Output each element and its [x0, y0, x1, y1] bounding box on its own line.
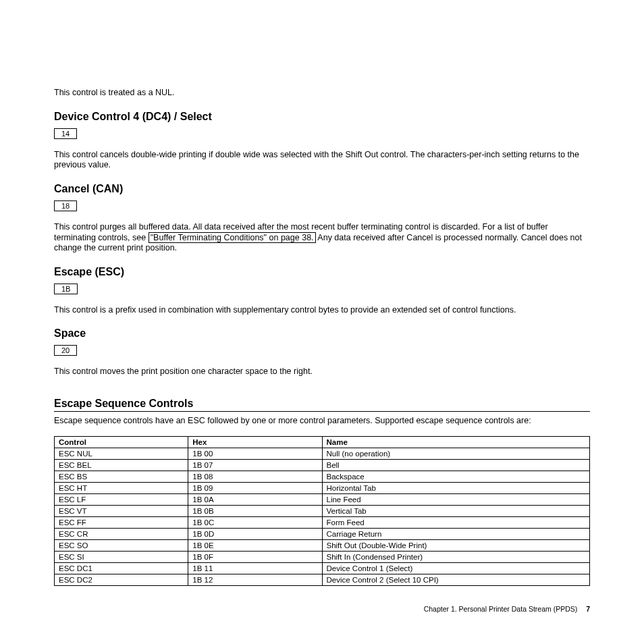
body-dc4: This control cancels double-wide printin…: [54, 150, 590, 171]
table-cell: Vertical Tab: [322, 505, 590, 516]
table-cell: 1B 09: [188, 482, 322, 493]
table-row: ESC NUL1B 00Null (no operation): [55, 448, 590, 459]
body-space: This control moves the print position on…: [54, 367, 590, 377]
table-cell: ESC HT: [55, 482, 188, 493]
body-escseq: Escape sequence controls have an ESC fol…: [54, 416, 590, 427]
table-cell: 1B 08: [188, 471, 322, 482]
table-row: ESC SI1B 0FShift In (Condensed Printer): [55, 551, 590, 562]
heading-escseq: Escape Sequence Controls: [54, 398, 590, 412]
table-cell: Horizontal Tab: [322, 482, 590, 493]
table-row: ESC DC11B 11Device Control 1 (Select): [55, 562, 590, 574]
table-cell: Line Feed: [322, 493, 590, 505]
body-esc: This control is a prefix used in combina…: [54, 305, 590, 316]
table-row: ESC CR1B 0DCarriage Return: [55, 528, 590, 539]
hexcode-space: 20: [54, 345, 77, 356]
body-can: This control purges all buffered data. A…: [54, 222, 590, 254]
table-cell: ESC DC2: [55, 574, 188, 585]
table-row: ESC BEL1B 07Bell: [55, 459, 590, 471]
page-footer: Chapter 1. Personal Printer Data Stream …: [54, 605, 590, 613]
table-cell: 1B 12: [188, 574, 322, 585]
table-cell: Bell: [322, 459, 590, 471]
table-cell: Form Feed: [322, 516, 590, 528]
heading-dc4: Device Control 4 (DC4) / Select: [54, 111, 590, 123]
table-cell: Shift In (Condensed Printer): [322, 551, 590, 562]
escape-controls-table: Control Hex Name ESC NUL1B 00Null (no op…: [54, 436, 590, 586]
table-row: ESC DC21B 12Device Control 2 (Select 10 …: [55, 574, 590, 585]
table-cell: 1B 0B: [188, 505, 322, 516]
table-cell: 1B 0A: [188, 493, 322, 505]
table-cell: Shift Out (Double-Wide Print): [322, 539, 590, 551]
table-row: ESC BS1B 08Backspace: [55, 471, 590, 482]
heading-can: Cancel (CAN): [54, 183, 590, 195]
table-cell: 1B 0C: [188, 516, 322, 528]
hexcode-can: 18: [54, 200, 77, 211]
link-buffer-terminating[interactable]: "Buffer Terminating Conditions" on page …: [149, 232, 316, 243]
table-cell: ESC SO: [55, 539, 188, 551]
table-cell: Null (no operation): [322, 448, 590, 459]
table-cell: 1B 0D: [188, 528, 322, 539]
table-cell: ESC LF: [55, 493, 188, 505]
table-cell: 1B 07: [188, 459, 322, 471]
table-cell: ESC CR: [55, 528, 188, 539]
table-cell: 1B 00: [188, 448, 322, 459]
table-cell: Carriage Return: [322, 528, 590, 539]
table-row: ESC FF1B 0CForm Feed: [55, 516, 590, 528]
table-cell: ESC BEL: [55, 459, 188, 471]
table-cell: ESC NUL: [55, 448, 188, 459]
table-cell: Device Control 2 (Select 10 CPI): [322, 574, 590, 585]
col-control: Control: [55, 436, 188, 448]
footer-page-number: 7: [586, 605, 590, 613]
table-row: ESC SO1B 0EShift Out (Double-Wide Print): [55, 539, 590, 551]
table-cell: Backspace: [322, 471, 590, 482]
table-row: ESC LF1B 0ALine Feed: [55, 493, 590, 505]
table-cell: 1B 0E: [188, 539, 322, 551]
heading-space: Space: [54, 327, 590, 340]
table-row: ESC VT1B 0BVertical Tab: [55, 505, 590, 516]
table-cell: ESC BS: [55, 471, 188, 482]
col-name: Name: [322, 436, 590, 448]
table-cell: ESC DC1: [55, 562, 188, 574]
footer-chapter: Chapter 1. Personal Printer Data Stream …: [424, 605, 578, 613]
col-hex: Hex: [188, 436, 322, 448]
document-page: This control is treated as a NUL. Device…: [0, 0, 644, 640]
table-cell: ESC VT: [55, 505, 188, 516]
table-cell: ESC SI: [55, 551, 188, 562]
heading-esc: Escape (ESC): [54, 266, 590, 278]
table-cell: 1B 11: [188, 562, 322, 574]
table-cell: 1B 0F: [188, 551, 322, 562]
table-cell: ESC FF: [55, 516, 188, 528]
table-row: ESC HT1B 09Horizontal Tab: [55, 482, 590, 493]
hexcode-dc4: 14: [54, 128, 77, 139]
intro-text: This control is treated as a NUL.: [54, 88, 590, 99]
hexcode-esc: 1B: [54, 284, 78, 294]
table-header-row: Control Hex Name: [55, 436, 590, 448]
table-cell: Device Control 1 (Select): [322, 562, 590, 574]
